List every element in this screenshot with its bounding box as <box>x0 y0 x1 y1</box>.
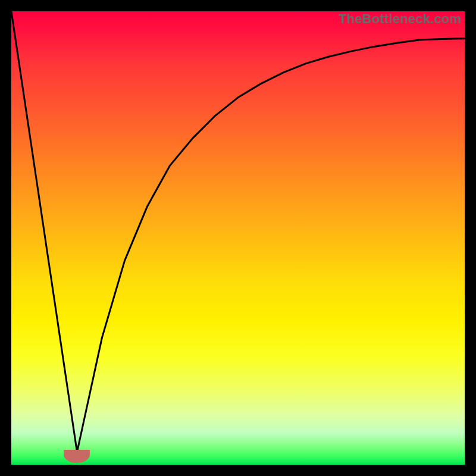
curve-path <box>11 11 465 452</box>
watermark-text: TheBottleneck.com <box>339 11 461 27</box>
chart-frame: TheBottleneck.com <box>11 11 465 465</box>
bottleneck-curve <box>11 11 465 465</box>
